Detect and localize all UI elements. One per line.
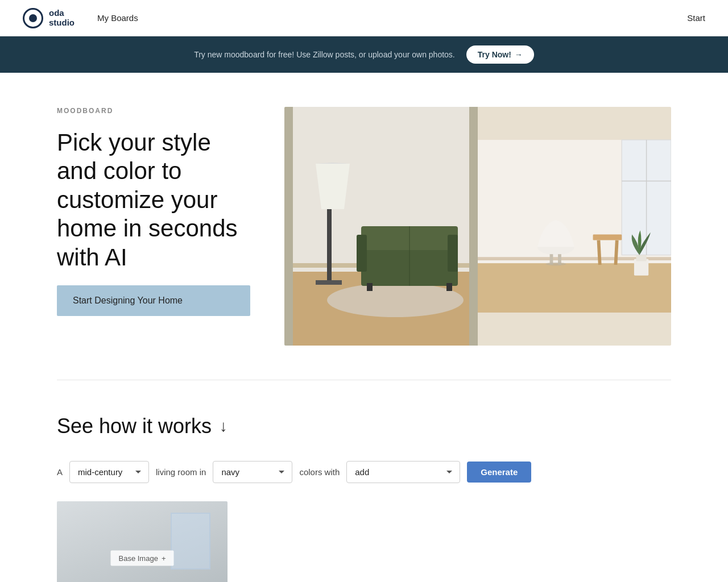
- start-button[interactable]: Start: [687, 13, 705, 23]
- svg-rect-11: [448, 235, 458, 272]
- logo-icon: [23, 8, 43, 28]
- svg-rect-4: [316, 280, 342, 285]
- room-window: [171, 513, 210, 569]
- svg-point-25: [545, 263, 566, 266]
- svg-rect-3: [327, 209, 332, 283]
- try-now-button[interactable]: Try Now! →: [466, 45, 534, 64]
- hero-image-left: [284, 107, 478, 346]
- generator-middle-text: living room in: [156, 467, 206, 477]
- generator-row: A mid-century modern scandinavian bohemi…: [57, 461, 671, 483]
- svg-rect-12: [367, 283, 373, 291]
- logo-inner-dot: [29, 14, 37, 22]
- svg-rect-13: [446, 283, 452, 291]
- svg-rect-29: [634, 259, 648, 276]
- svg-marker-5: [316, 164, 350, 209]
- base-image-bg: [57, 501, 228, 582]
- nav-links: My Boards: [97, 13, 138, 23]
- how-it-works-section: See how it works ↓ A mid-century modern …: [0, 380, 728, 582]
- svg-rect-26: [593, 234, 622, 240]
- base-image-preview: Base Image +: [57, 501, 228, 582]
- svg-rect-10: [357, 235, 367, 272]
- navbar: oda studio My Boards Start: [0, 0, 728, 36]
- banner-text: Try new moodboard for free! Use Zillow p…: [194, 50, 455, 59]
- hero-image: [284, 107, 671, 346]
- style-select[interactable]: mid-century modern scandinavian bohemian…: [69, 461, 149, 483]
- promo-banner: Try new moodboard for free! Use Zillow p…: [0, 36, 728, 73]
- hero-image-right: [478, 107, 671, 346]
- generator-prefix: A: [57, 467, 63, 477]
- hero-left: MOODBOARD Pick your style and color to c…: [57, 107, 250, 316]
- generate-button[interactable]: Generate: [467, 462, 531, 483]
- hero-heading: Pick your style and color to customize y…: [57, 128, 250, 272]
- my-boards-link[interactable]: My Boards: [97, 13, 138, 23]
- down-arrow-icon: ↓: [220, 417, 228, 435]
- generator-suffix-text: colors with: [299, 467, 340, 477]
- hero-section: MOODBOARD Pick your style and color to c…: [0, 73, 728, 380]
- add-select[interactable]: add plants art rugs: [346, 461, 460, 483]
- how-heading: See how it works ↓: [57, 414, 671, 438]
- logo-text: oda studio: [49, 9, 75, 27]
- svg-rect-30: [636, 255, 647, 261]
- svg-point-7: [327, 283, 464, 317]
- color-select[interactable]: navy white beige grey green: [213, 461, 292, 483]
- logo[interactable]: oda studio: [23, 8, 75, 28]
- base-image-label: Base Image +: [111, 551, 174, 566]
- start-designing-button[interactable]: Start Designing Your Home: [57, 285, 250, 316]
- hero-label: MOODBOARD: [57, 107, 250, 115]
